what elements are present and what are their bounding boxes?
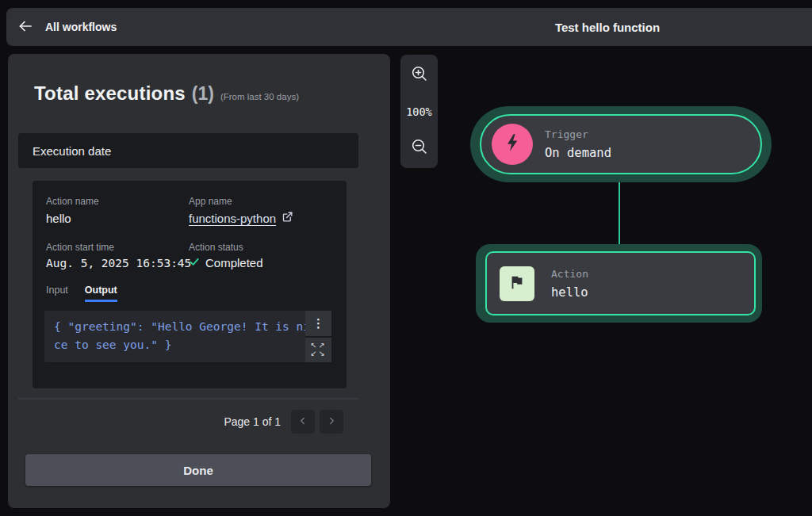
trigger-name: On demand (545, 146, 611, 160)
action-node-labels: Action hello (551, 268, 588, 300)
trigger-type-label: Trigger (545, 128, 611, 140)
zoom-in-icon (410, 64, 429, 86)
status-badge: Completed (189, 256, 263, 269)
lightning-icon (502, 132, 523, 156)
execution-row-card: Action name hello App name functions-pyt… (33, 181, 347, 388)
trigger-node-labels: Trigger On demand (545, 128, 611, 160)
kebab-menu-icon: ⋮ (312, 317, 324, 329)
previous-page-button[interactable] (291, 410, 315, 434)
start-time-label: Action start time (46, 242, 114, 253)
workflow-title: Test hello function (396, 21, 812, 34)
output-json-line-2: ce to see you." } (54, 338, 171, 351)
panel-divider (18, 398, 358, 399)
action-status-label: Action status (189, 242, 243, 253)
status-value: Completed (205, 256, 263, 269)
topbar: All workflows Test hello function (6, 8, 812, 46)
pagination-buttons (291, 410, 343, 434)
panel-title-row: Total executions (1) (From last 30 days) (34, 82, 299, 105)
action-name-value: hello (46, 212, 71, 225)
output-json-line-1: { "greeting": "Hello George! It is ni (54, 320, 305, 333)
arrow-left-icon (17, 18, 33, 36)
io-tabs: Input Output (46, 285, 117, 302)
column-header-execution-date: Execution date (18, 133, 358, 168)
zoom-in-button[interactable] (410, 64, 429, 86)
zoom-out-icon (410, 137, 429, 159)
output-menu-button[interactable]: ⋮ (305, 311, 331, 336)
tab-input[interactable]: Input (46, 285, 68, 300)
executions-panel: Total executions (1) (From last 30 days)… (8, 54, 390, 508)
code-actions: ⋮ ↖↗↙↘ (305, 311, 331, 362)
action-name: hello (551, 285, 588, 300)
app-name-link-row: functions-python (189, 211, 293, 226)
back-link-label[interactable]: All workflows (45, 21, 117, 33)
flag-icon (508, 273, 526, 294)
expand-icon: ↖↗↙↘ (311, 342, 327, 357)
trigger-icon-circle (492, 124, 533, 165)
trigger-node[interactable]: Trigger On demand (480, 114, 762, 174)
done-button[interactable]: Done (25, 454, 371, 486)
action-icon-square (500, 266, 534, 301)
start-time-value: Aug. 5, 2025 16:53:45 (46, 257, 191, 269)
panel-title: Total executions (34, 82, 186, 105)
app-name-link[interactable]: functions-python (189, 212, 276, 225)
output-code-block: { "greeting": "Hello George! It is nice … (44, 311, 331, 362)
zoom-level: 100% (406, 105, 432, 118)
pagination: Page 1 of 1 (224, 410, 343, 434)
external-link-icon (282, 211, 293, 226)
check-icon (189, 256, 200, 269)
pagination-label: Page 1 of 1 (224, 415, 281, 428)
action-type-label: Action (551, 268, 588, 280)
action-name-label: Action name (46, 196, 99, 207)
action-node[interactable]: Action hello (485, 251, 756, 315)
next-page-button[interactable] (320, 410, 343, 434)
zoom-out-button[interactable] (410, 137, 429, 159)
tab-output[interactable]: Output (85, 285, 117, 302)
app-name-label: App name (189, 196, 232, 207)
output-expand-button[interactable]: ↖↗↙↘ (305, 338, 331, 363)
zoom-controls: 100% (400, 55, 438, 168)
chevron-left-icon (298, 416, 308, 428)
executions-count: (1) (192, 83, 214, 105)
topbar-back-group: All workflows (6, 18, 117, 36)
edge-trigger-to-action (619, 182, 620, 252)
output-json: { "greeting": "Hello George! It is nice … (44, 311, 305, 362)
panel-subtitle: (From last 30 days) (220, 92, 299, 101)
chevron-right-icon (327, 416, 336, 428)
back-button[interactable] (17, 18, 33, 36)
